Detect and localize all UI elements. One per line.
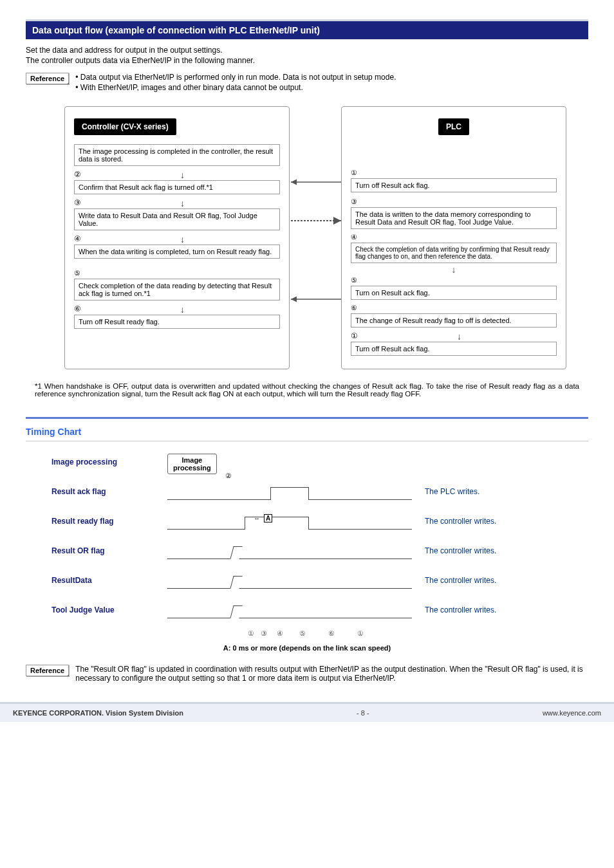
step-desc: Check the completion of data writing by … <box>351 243 557 263</box>
down-arrow-icon: ↓ <box>351 264 557 275</box>
intro-line-2: The controller outputs data via EtherNet… <box>26 56 588 65</box>
step-num: ① <box>351 331 358 340</box>
double-arrow-icon: ↔ <box>254 515 260 522</box>
down-arrow-icon: ↓ <box>85 304 280 315</box>
timing-note: The controller writes. <box>425 546 496 555</box>
step-desc: The data is written to the data memory c… <box>351 207 557 229</box>
down-arrow-icon: ↓ <box>362 331 557 342</box>
timing-chart-header: Timing Chart <box>26 423 588 441</box>
flow-diagram: Controller (CV-X series) The image proce… <box>64 106 575 369</box>
step-num: ① <box>351 169 557 177</box>
reference-block-2: Reference The "Result OR flag" is update… <box>26 665 588 683</box>
reference-text: The "Result OR flag" is updated in coord… <box>75 665 588 683</box>
timing-note: The PLC writes. <box>425 487 479 496</box>
timing-label: Tool Judge Value <box>51 605 167 614</box>
down-arrow-icon: ↓ <box>85 170 280 180</box>
footer-left: KEYENCE CORPORATION. Vision System Divis… <box>13 709 183 717</box>
axis-marker-2: ② <box>225 472 232 480</box>
step-num: ④ <box>351 233 557 241</box>
intro-line-1: Set the data and address for output in t… <box>26 46 588 55</box>
image-processing-box: Image processing <box>167 454 217 474</box>
step-box: Turn off Result ack flag. <box>351 342 557 356</box>
step-num: ⑤ <box>351 276 557 284</box>
controller-title: Controller (CV-X series) <box>74 118 176 135</box>
step-num: ⑥ <box>351 304 557 312</box>
reference-label: Reference <box>26 73 69 84</box>
timing-label: ResultData <box>51 576 167 585</box>
section-title: Data output flow (example of connection … <box>26 19 588 39</box>
reference-item: • With EtherNet/IP, images and other bin… <box>75 83 588 92</box>
step-box: Turn off Result ack flag. <box>351 178 557 192</box>
timing-label: Result OR flag <box>51 546 167 555</box>
down-arrow-icon: ↓ <box>85 234 280 245</box>
down-arrow-icon: ↓ <box>85 198 280 208</box>
timing-note: The controller writes. <box>425 605 496 614</box>
step-num: ⑥ <box>74 304 81 313</box>
step-box: Turn off Result ready flag. <box>74 315 280 329</box>
step-num: ⑤ <box>74 269 280 277</box>
step-box: Check completion of the data reading by … <box>74 279 280 300</box>
step-box: When the data writing is completed, turn… <box>74 245 280 259</box>
step-desc: The change of Result ready flag to off i… <box>351 313 557 328</box>
footer-page-number: - 8 - <box>357 709 369 717</box>
timing-label: Image processing <box>51 457 167 466</box>
reference-label: Reference <box>26 665 69 676</box>
step-box: Turn on Result ack flag. <box>351 286 557 300</box>
timing-caption: A: 0 ms or more (depends on the link sca… <box>26 644 588 652</box>
footer-url: www.keyence.com <box>543 709 601 717</box>
plc-column: PLC ① Turn off Result ack flag. ③ The da… <box>341 106 566 369</box>
step-box: Confirm that Result ack flag is turned o… <box>74 180 280 194</box>
timing-chart: Image processing Image processing ② Resu… <box>51 452 588 638</box>
reference-block-1: Reference • Data output via EtherNet/IP … <box>26 73 588 93</box>
timing-note: The controller writes. <box>425 517 496 526</box>
footnote: *1 When handshake is OFF, output data is… <box>35 382 579 398</box>
step-box: Write data to Result Data and Result OR … <box>74 208 280 230</box>
plc-title: PLC <box>438 118 469 135</box>
timing-label: Result ack flag <box>51 487 167 496</box>
step-num: ③ <box>351 198 557 206</box>
step-num: ③ <box>74 198 81 207</box>
step-num: ② <box>74 170 81 179</box>
timing-label: Result ready flag <box>51 517 167 526</box>
controller-column: Controller (CV-X series) The image proce… <box>64 106 290 369</box>
timing-note: The controller writes. <box>425 576 496 585</box>
step-num: ④ <box>74 234 81 243</box>
step-desc-top: The image processing is completed in the… <box>74 144 280 166</box>
marker-a-label: A <box>264 514 272 522</box>
page-footer: KEYENCE CORPORATION. Vision System Divis… <box>0 702 614 722</box>
timing-axis: ① ③ ④ ⑤ ⑥ ① <box>193 629 438 638</box>
reference-item: • Data output via EtherNet/IP is perform… <box>75 73 588 82</box>
